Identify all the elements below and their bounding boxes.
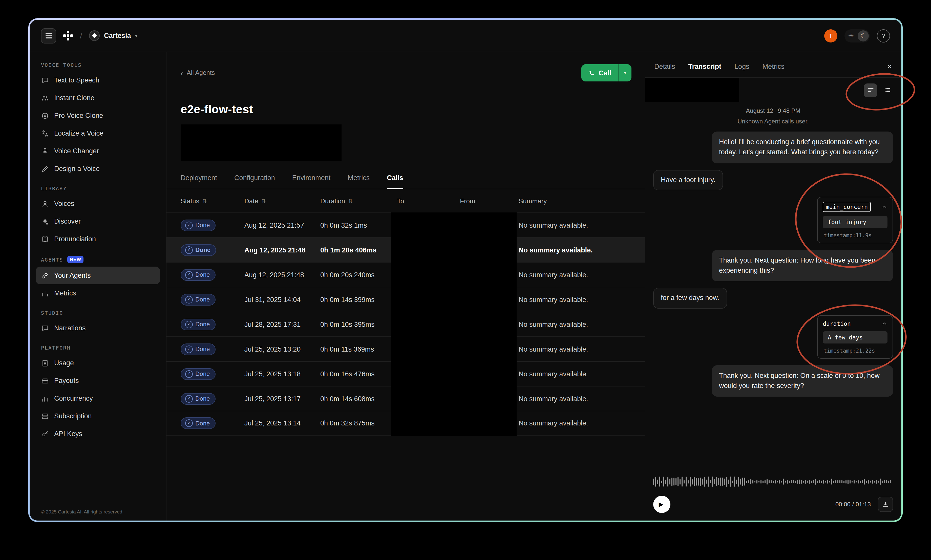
waveform-bar xyxy=(884,480,885,483)
call-dropdown-button[interactable]: ▾ xyxy=(618,64,631,82)
panel-tab-details[interactable]: Details xyxy=(654,63,675,70)
rows-icon xyxy=(41,412,49,420)
waveform-bar xyxy=(671,477,672,486)
agent-message: Hello! I'll be conducting a brief questi… xyxy=(712,132,893,163)
waveform-bar xyxy=(692,479,693,485)
panel-tab-logs[interactable]: Logs xyxy=(734,63,749,70)
chat-view-button[interactable] xyxy=(864,83,877,97)
waveform-bar xyxy=(825,481,826,482)
list-view-button[interactable] xyxy=(880,83,894,97)
waveform-bar xyxy=(766,479,768,485)
sidebar-item-label: Pronunciation xyxy=(54,235,96,243)
back-link[interactable]: ‹ All Agents xyxy=(181,69,215,77)
close-icon[interactable]: × xyxy=(887,62,892,71)
sidebar-item-pro-voice-clone[interactable]: Pro Voice Clone xyxy=(36,107,160,125)
tab-environment[interactable]: Environment xyxy=(292,174,331,189)
waveform-bar xyxy=(657,479,658,484)
waveform-bar xyxy=(702,478,703,485)
tagbox-duration[interactable]: duration A few days timestamp:21.22s xyxy=(817,315,893,358)
call-subtitle: Unknown Agent calls user. xyxy=(653,118,893,125)
help-button[interactable]: ? xyxy=(877,29,890,42)
waveform-bar xyxy=(845,480,846,483)
theme-toggle[interactable]: ☀ ☾ xyxy=(845,29,870,42)
sidebar-item-subscription[interactable]: Subscription xyxy=(36,407,160,425)
sidebar-item-localize-a-voice[interactable]: Localize a Voice xyxy=(36,125,160,142)
user-message: Have a foot injury. xyxy=(653,170,723,190)
waveform-bar xyxy=(777,481,778,483)
chevron-up-icon[interactable] xyxy=(882,320,888,326)
bullet-list-icon xyxy=(884,86,891,94)
agent-tabs: Deployment Configuration Environment Met… xyxy=(166,174,645,189)
check-icon: ✓ xyxy=(185,419,193,427)
sidebar-item-voice-changer[interactable]: Voice Changer xyxy=(36,142,160,160)
tab-metrics[interactable]: Metrics xyxy=(348,174,369,189)
sort-icon[interactable]: ⇅ xyxy=(262,197,266,204)
tab-configuration[interactable]: Configuration xyxy=(234,174,275,189)
sidebar-item-voices[interactable]: Voices xyxy=(36,195,160,212)
sidebar-item-metrics[interactable]: Metrics xyxy=(36,284,160,302)
waveform-bar xyxy=(831,478,833,485)
play-button[interactable]: ▶ xyxy=(653,496,671,513)
waveform-bar xyxy=(860,480,861,483)
waveform-bar xyxy=(878,481,879,483)
waveform-bar xyxy=(750,479,751,484)
waveform-bar xyxy=(842,480,842,483)
call-button[interactable]: Call xyxy=(582,64,618,82)
tab-deployment[interactable]: Deployment xyxy=(181,174,217,189)
waveform-bar xyxy=(854,480,855,483)
call-time: 9:48 PM xyxy=(778,107,800,114)
download-button[interactable] xyxy=(878,497,893,512)
panel-tab-transcript[interactable]: Transcript xyxy=(688,63,722,70)
sidebar-item-design-a-voice[interactable]: Design a Voice xyxy=(36,160,160,178)
panel-tab-metrics[interactable]: Metrics xyxy=(763,63,785,70)
sort-icon[interactable]: ⇅ xyxy=(348,197,353,204)
sidebar-item-your-agents[interactable]: Your Agents xyxy=(36,266,160,284)
menu-button[interactable] xyxy=(41,28,56,43)
org-switcher[interactable]: Cartesia ▾ xyxy=(89,30,138,41)
check-icon: ✓ xyxy=(185,296,193,303)
waveform-bar xyxy=(787,480,788,483)
sidebar-item-instant-clone[interactable]: Instant Clone xyxy=(36,89,160,107)
waveform-bar xyxy=(809,480,810,483)
chevron-up-icon[interactable] xyxy=(882,204,888,210)
sidebar-item-label: Payouts xyxy=(54,377,79,385)
waveform-bar xyxy=(653,478,654,485)
sidebar-item-payouts[interactable]: Payouts xyxy=(36,372,160,389)
sidebar-item-label: Pro Voice Clone xyxy=(54,112,103,119)
sidebar-item-concurrency[interactable]: Concurrency xyxy=(36,389,160,407)
waveform-bar xyxy=(765,480,766,483)
waveform-bar xyxy=(856,481,857,483)
waveform-bar xyxy=(890,480,891,483)
sidebar-item-api-keys[interactable]: API Keys xyxy=(36,425,160,443)
sidebar-item-usage[interactable]: Usage xyxy=(36,354,160,372)
transcript-body[interactable]: August 129:48 PM Unknown Agent calls use… xyxy=(645,102,901,470)
chevron-left-icon: ‹ xyxy=(181,69,183,77)
sidebar-item-narrations[interactable]: Narrations xyxy=(36,319,160,337)
chevron-down-icon: ▾ xyxy=(624,70,626,75)
tag-value: foot injury xyxy=(823,216,888,228)
sidebar-item-label: Instant Clone xyxy=(54,94,94,102)
sidebar-item-label: Subscription xyxy=(54,412,92,420)
call-split-button: Call ▾ xyxy=(582,64,631,82)
sidebar-item-discover[interactable]: Discover xyxy=(36,212,160,230)
sidebar-item-label: API Keys xyxy=(54,430,82,438)
sidebar-item-label: Voices xyxy=(54,200,74,208)
breadcrumb-separator: / xyxy=(80,31,82,40)
transcript-header xyxy=(645,78,901,102)
playback-time: 00:00 / 01:13 xyxy=(836,501,871,508)
page-title: e2e-flow-test xyxy=(181,103,631,116)
tagbox-main-concern[interactable]: main_concern foot injury timestamp:11.9s xyxy=(817,197,893,243)
sidebar-item-label: Localize a Voice xyxy=(54,129,103,137)
waveform[interactable] xyxy=(653,474,893,489)
user-message: for a few days now. xyxy=(653,288,727,309)
waveform-bar xyxy=(742,477,743,486)
waveform-bar xyxy=(688,480,689,483)
section-title: LIBRARY xyxy=(41,186,155,191)
waveform-bar xyxy=(829,481,830,483)
sidebar-item-text-to-speech[interactable]: Text to Speech xyxy=(36,71,160,89)
avatar[interactable]: T xyxy=(824,29,837,42)
sidebar-item-pronunciation[interactable]: Pronunciation xyxy=(36,230,160,248)
waveform-bar xyxy=(888,480,889,483)
sort-icon[interactable]: ⇅ xyxy=(202,197,207,204)
tab-calls[interactable]: Calls xyxy=(387,174,403,189)
